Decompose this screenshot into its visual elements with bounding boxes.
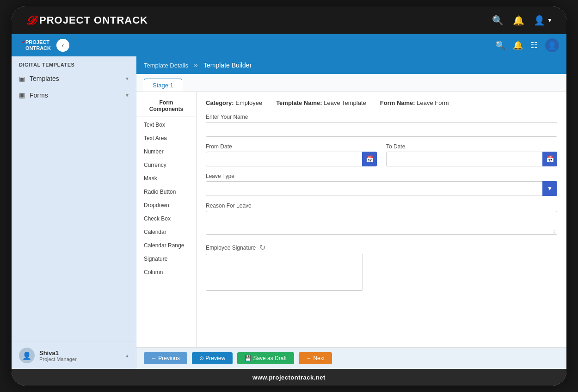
from-date-field: From Date 📅 bbox=[206, 143, 377, 166]
logo-icon: 𝒟 bbox=[25, 13, 36, 28]
from-date-calendar-btn[interactable]: 📅 bbox=[362, 152, 377, 166]
user-avatar: 👤 bbox=[19, 348, 35, 363]
leave-type-label: Leave Type bbox=[206, 173, 557, 179]
user-icon[interactable]: 👤▼ bbox=[534, 15, 553, 26]
top-bar-icons: 🔍 🔔 👤▼ bbox=[492, 15, 553, 26]
main-layout: DIGITAL TEMPLATES ▣ Templates ▾ ▣ Forms … bbox=[12, 56, 566, 369]
app-container: ˊ PROJECT ONTRACK ‹ 🔍 🔔 ☷ 👤 DIGITAL TEMP… bbox=[12, 34, 566, 369]
search-icon[interactable]: 🔍 bbox=[492, 15, 504, 26]
component-textbox[interactable]: Text Box bbox=[138, 118, 194, 131]
form-category: Category: Employee bbox=[206, 99, 262, 106]
component-dropdown[interactable]: Dropdown bbox=[138, 199, 194, 212]
from-date-label: From Date bbox=[206, 143, 377, 150]
form-meta: Category: Employee Template Name: Leave … bbox=[206, 99, 557, 106]
form-name: Form Name: Leave Form bbox=[380, 99, 449, 106]
stage-tabs: Stage 1 bbox=[136, 74, 566, 92]
top-bar-logo: 𝒟 PROJECT ONTRACK bbox=[25, 13, 148, 28]
component-mask[interactable]: Mask bbox=[138, 172, 194, 185]
preview-button[interactable]: ⊙ Preview bbox=[192, 352, 233, 364]
breadcrumb-item2: Template Builder bbox=[203, 61, 252, 69]
sidebar-user-chevron[interactable]: ▴ bbox=[126, 352, 129, 359]
panel-header: Form Components bbox=[136, 96, 196, 116]
to-date-label: To Date bbox=[386, 143, 557, 150]
save-draft-button[interactable]: 💾 Save as Draft bbox=[237, 352, 294, 364]
form-builder: Form Components Text Box Text Area Numbe… bbox=[136, 92, 566, 347]
component-calendar-range[interactable]: Calendar Range bbox=[138, 239, 194, 252]
date-row: From Date 📅 To Date 📅 bbox=[206, 143, 557, 166]
leave-type-select-wrap: ▼ bbox=[206, 181, 557, 196]
sidebar-section-title: DIGITAL TEMPLATES bbox=[12, 56, 136, 70]
content-area: Template Details » Template Builder Stag… bbox=[136, 56, 566, 369]
breadcrumb-item1: Template Details bbox=[144, 62, 188, 69]
component-calendar[interactable]: Calendar bbox=[138, 226, 194, 239]
back-button[interactable]: ‹ bbox=[56, 39, 69, 52]
signature-field-group: Employee Signature ↻ bbox=[206, 243, 557, 291]
sidebar-item-forms-label: Forms bbox=[30, 92, 121, 99]
leave-type-field-group: Leave Type ▼ bbox=[206, 173, 557, 196]
to-date-input[interactable] bbox=[386, 152, 557, 166]
from-date-wrap: 📅 bbox=[206, 152, 377, 166]
bottom-bar: www.projectontrack.net bbox=[12, 369, 566, 386]
form-preview: Category: Employee Template Name: Leave … bbox=[197, 92, 566, 347]
website-url: www.projectontrack.net bbox=[252, 374, 326, 381]
templates-icon: ▣ bbox=[19, 75, 25, 82]
app-logo-icon: ˊ bbox=[19, 40, 24, 51]
app-header-right: 🔍 🔔 ☷ 👤 bbox=[495, 38, 559, 52]
component-checkbox[interactable]: Check Box bbox=[138, 212, 194, 225]
component-radio[interactable]: Radio Button bbox=[138, 185, 194, 198]
header-user-avatar[interactable]: 👤 bbox=[545, 38, 559, 52]
form-actions: ← Previous ⊙ Preview 💾 Save as Draft → N… bbox=[136, 347, 566, 369]
bell-icon[interactable]: 🔔 bbox=[513, 15, 524, 26]
sidebar-item-templates-label: Templates bbox=[30, 75, 121, 82]
breadcrumb-arrow: » bbox=[194, 61, 198, 69]
tablet-frame: 𝒟 PROJECT ONTRACK 🔍 🔔 👤▼ ˊ PROJECT ONTRA… bbox=[12, 6, 566, 386]
from-date-input[interactable] bbox=[206, 152, 377, 166]
user-info: Shiva1 Project Manager bbox=[39, 349, 77, 362]
next-button[interactable]: → Next bbox=[299, 352, 332, 364]
textarea-resize-icon: ↕ bbox=[553, 228, 555, 235]
sidebar-item-forms[interactable]: ▣ Forms ▾ bbox=[12, 87, 136, 104]
component-number[interactable]: Number bbox=[138, 145, 194, 158]
component-signature[interactable]: Signature bbox=[138, 252, 194, 265]
logo-text: PROJECT ONTRACK bbox=[39, 14, 148, 26]
previous-button[interactable]: ← Previous bbox=[144, 352, 187, 364]
reason-label: Reason For Leave bbox=[206, 202, 557, 209]
to-date-calendar-btn[interactable]: 📅 bbox=[542, 152, 557, 166]
app-brand: PROJECT ONTRACK bbox=[25, 39, 51, 51]
header-bell-icon[interactable]: 🔔 bbox=[513, 40, 523, 50]
reason-textarea-wrap: ↕ bbox=[206, 211, 557, 237]
templates-arrow: ▾ bbox=[126, 75, 129, 82]
header-search-icon[interactable]: 🔍 bbox=[495, 40, 505, 50]
component-currency[interactable]: Currency bbox=[138, 159, 194, 172]
form-template-name: Template Name: Leave Template bbox=[276, 99, 366, 106]
user-name: Shiva1 bbox=[39, 349, 77, 356]
signature-label: Employee Signature bbox=[206, 245, 256, 251]
component-textarea[interactable]: Text Area bbox=[138, 132, 194, 145]
breadcrumb-bar: Template Details » Template Builder bbox=[136, 56, 566, 74]
user-chevron: ▼ bbox=[547, 17, 553, 24]
to-date-field: To Date 📅 bbox=[386, 143, 557, 166]
name-field-group: Enter Your Name bbox=[206, 114, 557, 137]
components-panel: Form Components Text Box Text Area Numbe… bbox=[136, 92, 197, 347]
stage-tab-1[interactable]: Stage 1 bbox=[144, 79, 182, 92]
header-grid-icon[interactable]: ☷ bbox=[530, 40, 538, 50]
app-logo-small: ˊ PROJECT ONTRACK bbox=[19, 39, 51, 51]
reason-textarea[interactable] bbox=[206, 211, 557, 235]
sidebar: DIGITAL TEMPLATES ▣ Templates ▾ ▣ Forms … bbox=[12, 56, 136, 369]
sidebar-item-templates[interactable]: ▣ Templates ▾ bbox=[12, 70, 136, 87]
leave-type-select[interactable] bbox=[206, 181, 557, 196]
user-role: Project Manager bbox=[39, 356, 77, 362]
signature-box[interactable] bbox=[206, 254, 363, 291]
app-header-left: ˊ PROJECT ONTRACK ‹ bbox=[19, 39, 69, 52]
signature-refresh-icon[interactable]: ↻ bbox=[259, 243, 265, 252]
component-column[interactable]: Column bbox=[138, 266, 194, 279]
to-date-wrap: 📅 bbox=[386, 152, 557, 166]
reason-field-group: Reason For Leave ↕ bbox=[206, 202, 557, 237]
name-label: Enter Your Name bbox=[206, 114, 557, 120]
app-header: ˊ PROJECT ONTRACK ‹ 🔍 🔔 ☷ 👤 bbox=[12, 34, 566, 56]
name-input[interactable] bbox=[206, 122, 557, 137]
forms-arrow: ▾ bbox=[126, 92, 129, 98]
forms-icon: ▣ bbox=[19, 92, 25, 99]
sidebar-footer: 👤 Shiva1 Project Manager ▴ bbox=[12, 342, 136, 369]
top-bar: 𝒟 PROJECT ONTRACK 🔍 🔔 👤▼ bbox=[12, 6, 566, 34]
